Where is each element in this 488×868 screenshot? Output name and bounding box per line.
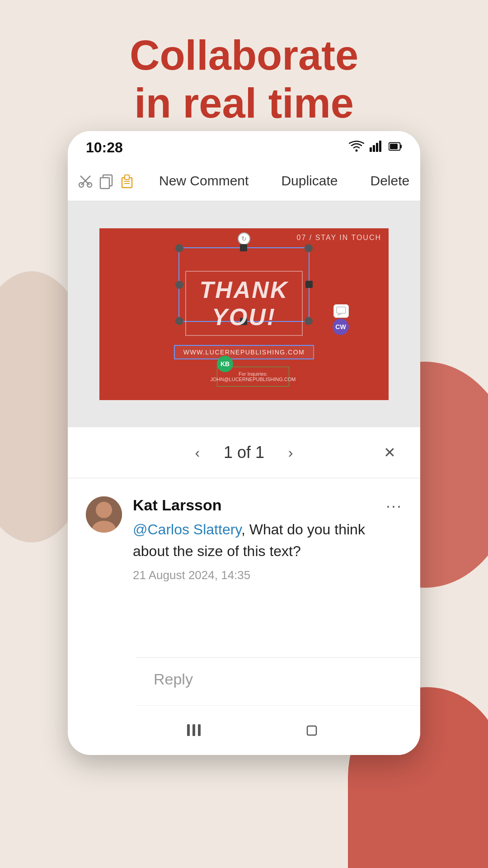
slide-label: 07 / STAY IN TOUCH <box>297 234 381 242</box>
bottom-nav <box>136 705 420 755</box>
cut-button[interactable] <box>77 167 94 194</box>
menu-nav-button[interactable] <box>176 717 212 744</box>
comment-section: Kat Larsson @Carlos Slattery, What do yo… <box>68 478 420 609</box>
user-badge-kb: KB <box>217 356 233 372</box>
comment-text: @Carlos Slattery, What do you think abou… <box>133 519 386 562</box>
svg-point-21 <box>96 502 112 518</box>
comment-content: Kat Larsson @Carlos Slattery, What do yo… <box>133 496 386 582</box>
comment-timestamp: 21 August 2024, 14:35 <box>133 568 386 582</box>
status-icons <box>349 140 402 155</box>
comment-user-info: Kat Larsson @Carlos Slattery, What do yo… <box>86 496 386 582</box>
duplicate-button[interactable]: Duplicate <box>268 169 350 193</box>
user-badge-cw: CW <box>333 319 349 335</box>
comment-more-button[interactable]: ··· <box>386 496 402 515</box>
signal-icon <box>370 140 383 155</box>
battery-icon <box>389 141 402 155</box>
svg-line-11 <box>80 176 89 185</box>
slide[interactable]: 07 / STAY IN TOUCH ↻ THANK YOU! <box>99 228 389 400</box>
svg-rect-6 <box>390 144 398 149</box>
comment-bubble-icon[interactable] <box>333 304 349 318</box>
status-bar: 10:28 <box>68 131 420 160</box>
copy-button[interactable] <box>98 167 115 194</box>
next-page-button[interactable]: › <box>278 440 303 465</box>
svg-rect-26 <box>307 726 316 735</box>
comment-username: Kat Larsson <box>133 496 386 514</box>
svg-rect-23 <box>187 724 190 736</box>
phone-mockup: 10:28 <box>68 131 420 755</box>
svg-line-12 <box>85 176 90 181</box>
handle-mr[interactable] <box>305 281 313 288</box>
svg-rect-25 <box>198 724 201 736</box>
wifi-icon <box>349 140 364 155</box>
svg-rect-2 <box>373 145 375 152</box>
hero-title: Collaborate in real time <box>0 32 488 127</box>
new-comment-button[interactable]: New Comment <box>146 169 261 193</box>
svg-rect-16 <box>125 175 129 179</box>
selection-box[interactable]: ↻ THANK YOU! <box>178 247 310 322</box>
handle-br[interactable] <box>305 317 313 325</box>
pagination-text: 1 of 1 <box>224 443 264 462</box>
reply-bar: Reply <box>136 657 420 701</box>
svg-rect-7 <box>400 145 402 148</box>
reply-input[interactable]: Reply <box>154 670 420 688</box>
svg-rect-14 <box>100 178 109 189</box>
url-box[interactable]: WWW.LUCERNEPUBLISHING.COM <box>174 345 314 359</box>
pagination-bar: ‹ 1 of 1 › ✕ <box>68 427 420 478</box>
rotate-handle[interactable]: ↻ <box>238 232 250 245</box>
svg-rect-3 <box>376 143 378 152</box>
prev-page-button[interactable]: ‹ <box>185 440 210 465</box>
handle-ml[interactable] <box>175 281 183 289</box>
handle-bl[interactable] <box>175 317 183 325</box>
handle-tr[interactable] <box>305 244 313 252</box>
handle-tm[interactable] <box>240 244 247 251</box>
paste-button[interactable] <box>118 167 136 194</box>
delete-button[interactable]: Delete <box>357 169 420 193</box>
back-nav-button[interactable] <box>411 717 420 744</box>
mention: @Carlos Slattery <box>133 521 241 538</box>
svg-rect-24 <box>192 724 195 736</box>
svg-rect-4 <box>379 141 381 152</box>
svg-rect-1 <box>370 147 372 152</box>
avatar <box>86 496 122 533</box>
close-pagination-button[interactable]: ✕ <box>377 440 402 465</box>
home-nav-button[interactable] <box>294 717 330 744</box>
slide-main-text: THANK YOU! <box>185 271 303 336</box>
svg-point-0 <box>356 150 358 152</box>
comment-header: Kat Larsson @Carlos Slattery, What do yo… <box>86 496 402 582</box>
canvas-area[interactable]: 07 / STAY IN TOUCH ↻ THANK YOU! <box>68 201 420 427</box>
handle-tl[interactable] <box>175 244 183 252</box>
svg-rect-19 <box>337 307 346 313</box>
toolbar: New Comment Duplicate Delete <box>68 160 420 201</box>
status-time: 10:28 <box>86 139 123 156</box>
